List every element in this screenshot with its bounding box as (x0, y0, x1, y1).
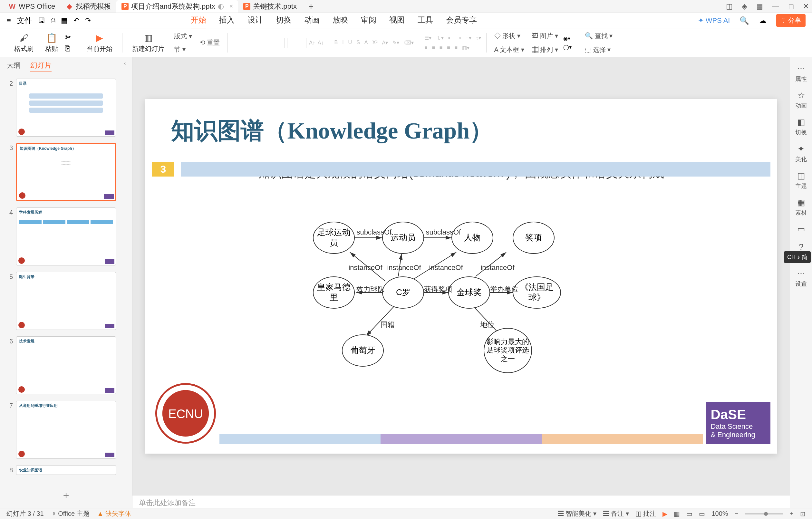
theme-info[interactable]: ♀ Office 主题 (52, 509, 90, 518)
slide-thumb[interactable]: 目录 (16, 79, 116, 137)
redo-icon[interactable]: ↷ (85, 17, 91, 25)
thumb-row[interactable]: 4 学科发展历程 (6, 207, 126, 265)
select-button[interactable]: ⬚ 选择 ▾ (582, 44, 615, 55)
zoom-in-icon[interactable]: + (790, 510, 794, 517)
align-center-icon[interactable]: ≡ (432, 45, 435, 51)
bold-icon[interactable]: B (334, 40, 338, 46)
format-painter-group[interactable]: 🖌 格式刷 (10, 32, 38, 53)
indent-left-icon[interactable]: ⇤ (448, 35, 453, 41)
slide-thumb[interactable]: 学科发展历程 (16, 207, 116, 265)
close-tab-icon[interactable]: × (230, 3, 233, 10)
tab-start[interactable]: 开始 (191, 12, 206, 29)
align-justify-icon[interactable]: ≡ (447, 45, 450, 51)
indent-right-icon[interactable]: ⇥ (457, 35, 461, 41)
slide-thumb[interactable]: 诞生背景 (16, 272, 116, 330)
italic-icon[interactable]: I (342, 40, 344, 46)
document-tab-active[interactable]: P 项目介绍and系统架构.pptx ◐ × (116, 0, 238, 12)
template-tab[interactable]: ◆ 找稻壳模板 (60, 0, 116, 12)
collapse-icon[interactable]: ‹ (124, 61, 126, 72)
shape-button[interactable]: ◇ 形状 ▾ (492, 30, 527, 41)
fit-icon[interactable]: ⊡ (800, 510, 806, 518)
align-dist-icon[interactable]: ≡ (455, 45, 458, 51)
layout-button[interactable]: 版式 ▾ (171, 31, 195, 42)
textbox-button[interactable]: A 文本框 ▾ (492, 44, 527, 55)
slide-thumb[interactable]: 从通用到垂域行业应用 (16, 401, 116, 459)
wps-ai-button[interactable]: ✦ WPS AI (698, 17, 730, 25)
slide-thumb[interactable]: 农业知识图谱 (16, 465, 116, 475)
thumb-row[interactable]: 2 目录 (6, 79, 126, 137)
underline-icon[interactable]: U (348, 40, 352, 46)
rsb-beautify[interactable]: ✦美化 (795, 144, 807, 163)
slide-thumb-selected[interactable]: 知识图谱（Knowledge Graph） ○—○—○○—○—○ (16, 143, 116, 201)
wps-home-tab[interactable]: W WPS Office (3, 0, 60, 12)
line-spacing-icon[interactable]: ≡▾ (466, 35, 471, 41)
columns-icon[interactable]: ▥▾ (462, 45, 469, 51)
slides-tab[interactable]: 幻灯片 (30, 61, 52, 72)
rsb-book[interactable]: ▭ (797, 224, 805, 234)
color-icon[interactable]: A▾ (382, 40, 388, 46)
tab-view[interactable]: 视图 (389, 12, 405, 29)
comments-button[interactable]: ◫ 批注 (635, 509, 656, 518)
share-button[interactable]: ⇧ 分享 (776, 14, 806, 27)
tab-transition[interactable]: 切换 (276, 12, 291, 29)
rsb-animation[interactable]: ☆动画 (795, 90, 807, 110)
decrease-font-icon[interactable]: A↓ (318, 40, 324, 46)
zoom-slider[interactable] (745, 513, 783, 515)
outline-tab[interactable]: 大纲 (6, 61, 21, 72)
slide[interactable]: 知识图谱（Knowledge Graph） 3 知识图谱是大规模的语义网络(se… (145, 99, 777, 454)
thumb-row[interactable]: 6 技术发展 (6, 336, 126, 394)
super-icon[interactable]: X² (373, 40, 378, 46)
highlight-icon[interactable]: ✎▾ (393, 40, 399, 46)
add-tab-button[interactable]: + (302, 1, 320, 11)
maximize-icon[interactable]: ◻ (788, 2, 794, 11)
minimize-icon[interactable]: — (772, 2, 779, 11)
section-button[interactable]: 节 ▾ (171, 44, 195, 55)
tab-member[interactable]: 会员专享 (446, 12, 477, 29)
arrange-button[interactable]: ▦ 排列 ▾ (529, 44, 561, 55)
cloud-icon[interactable]: ☁ (759, 16, 766, 25)
copy-icon[interactable]: ⎘ (65, 44, 71, 53)
menu-icon[interactable]: ≡ (6, 16, 11, 25)
tab-design[interactable]: 设计 (248, 12, 263, 29)
from-current-group[interactable]: ▶ 当前开始 (82, 32, 117, 53)
strike-icon[interactable]: S (356, 40, 360, 46)
zoom-out-icon[interactable]: − (735, 510, 738, 517)
close-icon[interactable]: ✕ (803, 2, 809, 11)
rsb-more[interactable]: ⋯设置 (795, 269, 807, 288)
view-reading-icon[interactable]: ▭ (686, 510, 692, 518)
fill-icon[interactable]: ◉▾ (563, 35, 572, 41)
text-dir-icon[interactable]: ↕▾ (476, 35, 481, 41)
find-button[interactable]: 🔍 查找 ▾ (582, 30, 615, 41)
tab-slideshow[interactable]: 放映 (332, 12, 348, 29)
increase-font-icon[interactable]: A↑ (309, 40, 315, 46)
image-button[interactable]: 🖼 图片 ▾ (529, 30, 561, 41)
tab-tools[interactable]: 工具 (417, 12, 433, 29)
align-right-icon[interactable]: ≡ (439, 45, 442, 51)
rsb-theme[interactable]: ◫主题 (795, 171, 807, 190)
preview-icon[interactable]: ▤ (61, 17, 68, 25)
align-left-icon[interactable]: ≡ (424, 45, 427, 51)
numbering-icon[interactable]: ⒈▾ (436, 35, 444, 41)
notes-button[interactable]: ☰ 备注 ▾ (603, 509, 629, 518)
canvas-scroll[interactable]: 知识图谱（Knowledge Graph） 3 知识图谱是大规模的语义网络(se… (133, 57, 790, 495)
view-slideshow-icon[interactable]: ▭ (699, 510, 705, 518)
view-normal-icon[interactable]: ▶ (663, 510, 667, 518)
tab-animation[interactable]: 动画 (304, 12, 320, 29)
add-slide-button[interactable]: + (0, 483, 132, 508)
bullets-icon[interactable]: ☰▾ (424, 35, 431, 41)
rsb-transition[interactable]: ◧切换 (795, 117, 807, 136)
font-select[interactable] (233, 38, 285, 48)
thumb-row[interactable]: 7 从通用到垂域行业应用 (6, 401, 126, 459)
undo-icon[interactable]: ↶ (74, 17, 79, 25)
new-slide-group[interactable]: ▥ 新建幻灯片 (127, 32, 169, 53)
document-tab[interactable]: P 关键技术.pptx (238, 0, 302, 12)
format-icon[interactable]: A (365, 40, 368, 46)
app-icon[interactable]: ◫ (726, 2, 733, 11)
save-icon[interactable]: 🖫 (38, 17, 45, 25)
search-icon[interactable]: 🔍 (740, 16, 749, 25)
clear-icon[interactable]: ⌫▾ (404, 40, 414, 46)
tab-insert[interactable]: 插入 (219, 12, 235, 29)
reset-button[interactable]: ⟲ 重置 (197, 37, 223, 48)
view-sorter-icon[interactable]: ▦ (674, 510, 680, 518)
tab-review[interactable]: 审阅 (361, 12, 376, 29)
